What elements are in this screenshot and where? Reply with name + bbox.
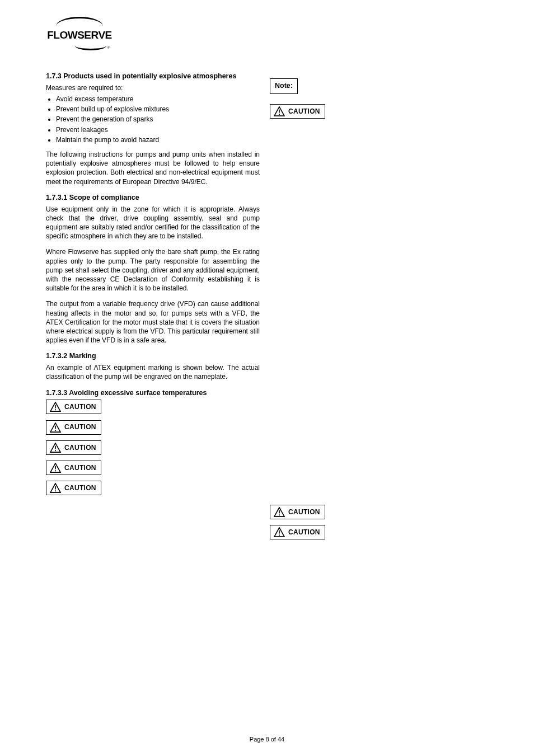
- svg-point-5: [55, 450, 56, 451]
- warning-triangle-icon: [274, 106, 285, 116]
- registered-mark: ®: [107, 46, 110, 49]
- note-box: Note:: [270, 78, 298, 94]
- caution-label: CAUTION: [64, 483, 96, 492]
- svg-point-7: [55, 470, 56, 471]
- heading-1-7-3-1: 1.7.3.1 Scope of compliance: [46, 193, 260, 203]
- caution-box: CAUTION: [46, 440, 101, 455]
- caution-box: CAUTION: [46, 481, 101, 495]
- caution-label: CAUTION: [64, 463, 96, 472]
- warning-triangle-icon: [274, 527, 285, 537]
- warning-triangle-icon: [50, 422, 61, 433]
- para: Use equipment only in the zone for which…: [46, 205, 260, 241]
- page-number: Page 8 of 44: [250, 736, 284, 743]
- svg-point-11: [279, 114, 280, 115]
- caution-box: CAUTION: [270, 525, 325, 539]
- bullet-item: Prevent the generation of sparks: [56, 115, 260, 124]
- para: Where Flowserve has supplied only the ba…: [46, 247, 260, 293]
- bullet-item: Avoid excess temperature: [56, 95, 260, 104]
- caution-label: CAUTION: [288, 528, 320, 537]
- brand-logo: FLOWSERVE ®: [46, 17, 113, 50]
- warning-triangle-icon: [50, 483, 61, 493]
- svg-point-1: [55, 410, 56, 411]
- bullet-item: Maintain the pump to avoid hazard: [56, 135, 260, 144]
- caution-label: CAUTION: [288, 508, 320, 516]
- svg-point-9: [55, 490, 56, 491]
- caution-label: CAUTION: [64, 443, 96, 452]
- svg-point-13: [279, 514, 280, 515]
- svg-point-3: [55, 430, 56, 431]
- caution-label: CAUTION: [64, 402, 96, 411]
- page-footer: Page 8 of 44: [0, 736, 534, 743]
- caution-label: CAUTION: [64, 422, 96, 431]
- para: Measures are required to:: [46, 83, 260, 92]
- caution-box: CAUTION: [46, 420, 101, 435]
- caution-box: CAUTION: [270, 505, 325, 519]
- warning-triangle-icon: [50, 463, 61, 473]
- caution-box: CAUTION: [46, 400, 101, 414]
- warning-triangle-icon: [274, 507, 285, 517]
- para: The following instructions for pumps and…: [46, 150, 260, 186]
- bullet-item: Prevent leakages: [56, 125, 260, 134]
- svg-point-15: [279, 535, 280, 536]
- heading-1-7-3-3: 1.7.3.3 Avoiding excessive surface tempe…: [46, 388, 260, 398]
- para: The output from a variable frequency dri…: [46, 299, 260, 345]
- heading-1-7-3-2: 1.7.3.2 Marking: [46, 351, 260, 361]
- para: An example of ATEX equipment marking is …: [46, 363, 260, 381]
- caution-label: CAUTION: [288, 107, 320, 116]
- heading-1-7-3: 1.7.3 Products used in potentially explo…: [46, 72, 260, 81]
- warning-triangle-icon: [50, 402, 61, 412]
- logo-arc-bottom: [75, 39, 106, 50]
- bullet-list: Avoid excess temperature Prevent build u…: [46, 95, 260, 144]
- caution-box: CAUTION: [270, 104, 325, 119]
- warning-triangle-icon: [50, 443, 61, 453]
- caution-box: CAUTION: [46, 461, 101, 475]
- bullet-item: Prevent build up of explosive mixtures: [56, 105, 260, 114]
